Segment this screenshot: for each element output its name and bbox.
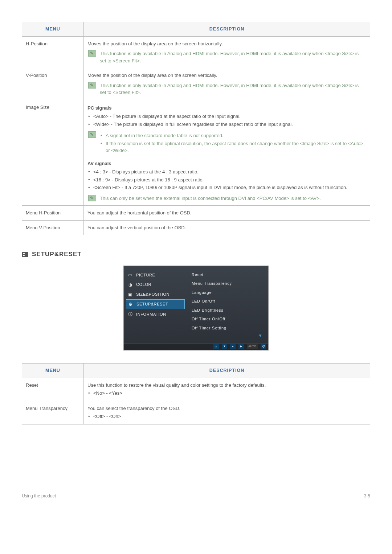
osd-menu-picture: ▭ PICTURE (124, 270, 187, 280)
note-block: This function is only available in Analo… (87, 79, 366, 96)
desc-text: Moves the position of the display area o… (87, 41, 223, 46)
page-footer: Using the product 3-5 (22, 490, 370, 499)
osd-footer-up-icon: ▲ (230, 344, 236, 349)
osd-option-led-onoff: LED On/Off (191, 297, 265, 306)
menu-description: Moves the position of the display area o… (84, 36, 370, 68)
osd-label: INFORMATION (136, 311, 166, 317)
osd-footer-close-icon: ⨉ (213, 344, 219, 349)
info-icon: ⓘ (127, 312, 133, 317)
option-list: <No> - <Yes> (87, 390, 366, 397)
pc-signals-heading: PC signals (87, 104, 366, 112)
av-signals-list: <4 : 3> - Displays pictures at the 4 : 3… (87, 168, 366, 191)
menu-description: You can select the transparency of the O… (84, 401, 370, 424)
menu-description: PC signals <Auto> - The picture is displ… (84, 100, 370, 206)
col-header-menu: MENU (22, 22, 84, 37)
note-block: A signal not in the standard mode table … (87, 128, 366, 155)
menu-description: You can adjust the vertical position of … (84, 220, 370, 235)
note-icon (88, 82, 96, 89)
down-arrow-icon: ▼ (191, 332, 265, 339)
list-item: <Auto> - The picture is displayed at the… (88, 113, 366, 120)
col-header-description: DESCRIPTION (84, 364, 370, 378)
note-icon (88, 195, 96, 201)
menu-description: Moves the position of the display area o… (84, 68, 370, 100)
note-block: This function is only available in Analo… (87, 47, 366, 64)
osd-option-transparency: Menu Transparency (191, 279, 265, 288)
menu-description: Use this function to restore the visual … (84, 378, 370, 401)
osd-label: SETUP&RESET (136, 301, 168, 307)
col-header-menu: MENU (22, 364, 84, 378)
note-text: This function is only available in Analo… (100, 50, 366, 64)
osd-screenshot: ▭ PICTURE ◑ COLOR ▣ SIZE&POSITION ⚙ SETU… (123, 266, 269, 351)
osd-label: SIZE&POSITION (136, 291, 170, 297)
setup-reset-table: MENU DESCRIPTION Reset Use this function… (22, 363, 370, 424)
list-item: <Off> - <On> (88, 413, 366, 420)
menu-name: V-Position (22, 68, 84, 100)
osd-menu-sizeposition: ▣ SIZE&POSITION (124, 290, 187, 299)
footer-left-text: Using the product (22, 493, 56, 499)
osd-menu-setupreset-selected: ⚙ SETUP&RESET (126, 299, 185, 309)
menu-description: You can adjust the horizontal position o… (84, 206, 370, 221)
note-block: This can only be set when the external i… (87, 192, 366, 202)
osd-right-panel: Reset Menu Transparency Language LED On/… (187, 266, 268, 344)
osd-option-off-timer-setting: Off Timer Setting (191, 324, 265, 333)
osd-label: COLOR (136, 282, 151, 288)
table-row: Image Size PC signals <Auto> - The pictu… (22, 100, 370, 206)
menu-name: Menu Transparency (22, 401, 84, 424)
list-item: <16 : 9> - Displays pictures at the 16 :… (88, 176, 366, 184)
osd-footer-power-icon: ⏻ (261, 344, 266, 349)
osd-label: PICTURE (136, 272, 155, 278)
osd-footer-auto-label: AUTO (247, 344, 258, 349)
osd-option-reset: Reset (191, 270, 265, 279)
section-title-text: SETUP&RESET (32, 250, 82, 259)
note-text: This function is only available in Analo… (100, 82, 366, 96)
desc-text: Use this function to restore the visual … (87, 382, 266, 388)
osd-option-off-timer-onoff: Off Timer On/Off (191, 315, 265, 324)
osd-option-language: Language (191, 288, 265, 297)
table-row: Reset Use this function to restore the v… (22, 378, 370, 401)
picture-icon: ▭ (127, 272, 133, 278)
note-icon (88, 50, 96, 57)
list-item: A signal not in the standard mode table … (101, 132, 366, 139)
section-icon (22, 252, 28, 257)
table-row: V-Position Moves the position of the dis… (22, 68, 370, 100)
menu-name: Menu V-Position (22, 220, 84, 235)
option-list: <Off> - <On> (87, 413, 366, 420)
footer-page-number: 3-5 (364, 493, 370, 499)
pc-signals-list: <Auto> - The picture is displayed at the… (87, 113, 366, 128)
osd-option-led-brightness: LED Brightness (191, 306, 265, 315)
osd-menu-color: ◑ COLOR (124, 280, 187, 290)
table-row: Menu Transparency You can select the tra… (22, 401, 370, 424)
table-row: Menu V-Position You can adjust the verti… (22, 220, 370, 235)
table-row: Menu H-Position You can adjust the horiz… (22, 206, 370, 221)
note-text: This can only be set when the external i… (100, 195, 321, 202)
desc-text: You can select the transparency of the O… (87, 406, 180, 411)
sizepos-icon: ▣ (127, 292, 133, 297)
gear-icon: ⚙ (128, 302, 134, 307)
osd-footer-bar: ⨉ ▼ ▲ ▶ AUTO ⏻ (124, 343, 268, 350)
menu-name: H-Position (22, 36, 84, 68)
menu-name: Reset (22, 378, 84, 401)
av-signals-heading: AV signals (87, 160, 366, 167)
note-list: A signal not in the standard mode table … (100, 132, 366, 154)
col-header-description: DESCRIPTION (84, 22, 370, 37)
osd-footer-enter-icon: ▶ (238, 344, 244, 349)
list-item: <Wide> - The picture is displayed in ful… (88, 121, 366, 128)
menu-name: Image Size (22, 100, 84, 206)
list-item: <4 : 3> - Displays pictures at the 4 : 3… (88, 168, 366, 176)
table-row: H-Position Moves the position of the dis… (22, 36, 370, 68)
list-item: If the resolution is set to the optimal … (101, 140, 366, 154)
section-heading-setup-reset: SETUP&RESET (22, 250, 370, 259)
osd-menu-information: ⓘ INFORMATION (124, 309, 187, 319)
note-icon (88, 131, 96, 138)
menu-name: Menu H-Position (22, 206, 84, 221)
list-item: <Screen Fit> - If a 720P, 1080i or 1080P… (88, 184, 366, 191)
osd-footer-down-icon: ▼ (222, 344, 227, 349)
desc-text: Moves the position of the display area o… (87, 73, 217, 78)
list-item: <No> - <Yes> (88, 390, 366, 397)
color-icon: ◑ (127, 282, 133, 287)
size-position-table: MENU DESCRIPTION H-Position Moves the po… (22, 22, 370, 235)
osd-left-panel: ▭ PICTURE ◑ COLOR ▣ SIZE&POSITION ⚙ SETU… (124, 266, 187, 344)
